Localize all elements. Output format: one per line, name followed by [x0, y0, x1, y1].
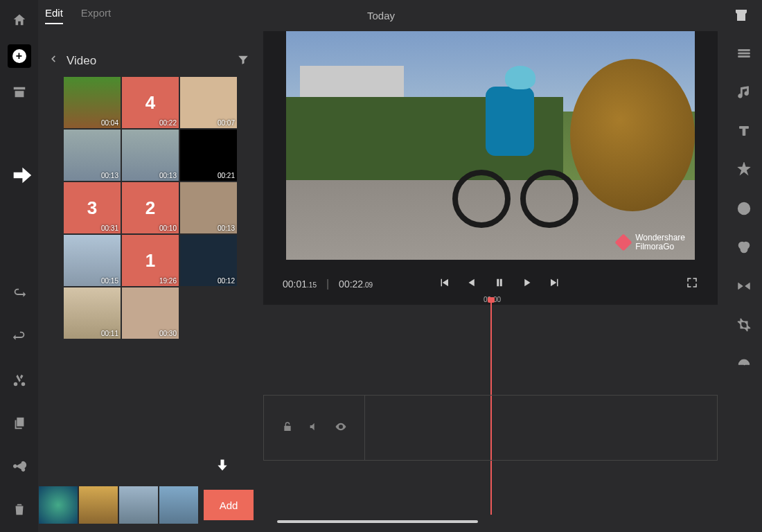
share-icon[interactable]	[8, 454, 31, 478]
timeline-scrollbar[interactable]	[277, 520, 478, 523]
crop-icon[interactable]	[736, 317, 752, 333]
delete-icon[interactable]	[8, 497, 31, 521]
filter-icon[interactable]	[736, 239, 752, 256]
frame-forward-icon[interactable]	[521, 276, 533, 292]
sticker-icon[interactable]	[736, 200, 752, 217]
selection-tray: Add	[39, 486, 254, 524]
svg-point-2	[745, 206, 747, 208]
transition-icon[interactable]	[736, 278, 752, 294]
svg-point-0	[738, 203, 750, 215]
media-thumb[interactable]: 400:22	[122, 77, 179, 128]
picker-title: Video	[67, 54, 96, 68]
media-thumb[interactable]: 00:13	[64, 130, 121, 181]
current-time: 00:01.15	[283, 278, 317, 290]
media-thumb[interactable]: 00:21	[180, 130, 237, 181]
tray-thumb[interactable]	[79, 486, 118, 524]
media-thumb[interactable]: 00:11	[64, 287, 121, 339]
media-thumb[interactable]: 00:07	[180, 77, 237, 128]
lock-icon[interactable]	[282, 421, 293, 435]
redo-icon[interactable]	[8, 283, 31, 306]
date-label: Today	[0, 10, 762, 21]
hint-arrow-right-icon	[10, 163, 33, 187]
text-icon[interactable]	[736, 123, 752, 139]
left-sidebar: +	[0, 0, 38, 532]
media-thumb[interactable]: 300:31	[64, 182, 121, 233]
menu-icon[interactable]	[736, 45, 752, 62]
effects-icon[interactable]	[736, 161, 752, 178]
hint-arrow-down-icon	[215, 454, 229, 475]
filter-icon[interactable]	[237, 53, 249, 69]
archive-icon[interactable]	[8, 80, 31, 104]
store-icon[interactable]	[733, 7, 750, 24]
media-thumb[interactable]: 119:26	[122, 235, 179, 286]
preview-frame[interactable]: Wondershare FilmoraGo	[286, 31, 695, 260]
media-picker: Video 00:04 400:22 00:07 00:13 00:13 00:…	[42, 48, 256, 339]
total-time: 00:22.09	[339, 278, 373, 290]
watermark: Wondershare FilmoraGo	[617, 233, 685, 251]
add-button[interactable]: Add	[204, 490, 254, 520]
skip-end-icon[interactable]	[549, 276, 561, 292]
media-thumb[interactable]: 00:15	[64, 235, 121, 286]
music-icon[interactable]	[736, 84, 752, 100]
visibility-icon[interactable]	[335, 420, 347, 436]
media-thumb[interactable]: 00:04	[64, 77, 121, 128]
back-icon[interactable]	[48, 53, 58, 69]
preview-panel: Wondershare FilmoraGo 00:01.15 | 00:22.0…	[263, 31, 718, 305]
media-thumb[interactable]: 00:13	[180, 182, 237, 233]
svg-point-1	[741, 206, 743, 208]
cut-icon[interactable]	[8, 369, 31, 392]
frame-back-icon[interactable]	[466, 276, 478, 292]
svg-point-5	[741, 246, 747, 252]
tray-thumb[interactable]	[159, 486, 198, 524]
tray-thumb[interactable]	[119, 486, 158, 524]
track[interactable]	[263, 395, 718, 461]
speed-icon[interactable]	[736, 355, 752, 372]
media-thumb[interactable]: 200:10	[122, 182, 179, 233]
skip-start-icon[interactable]	[438, 276, 450, 292]
filmorago-logo-icon	[614, 233, 632, 251]
mute-icon[interactable]	[308, 421, 319, 435]
copy-icon[interactable]	[8, 411, 31, 435]
add-media-button[interactable]: +	[8, 44, 31, 68]
media-thumb[interactable]: 00:12	[180, 235, 237, 286]
fullscreen-icon[interactable]	[686, 276, 698, 292]
right-sidebar	[726, 38, 762, 454]
media-thumb[interactable]: 00:13	[122, 130, 179, 181]
media-thumb[interactable]: 00:30	[122, 287, 179, 339]
undo-icon[interactable]	[8, 326, 31, 349]
pause-icon[interactable]	[493, 276, 506, 292]
thumbnail-grid: 00:04 400:22 00:07 00:13 00:13 00:21 300…	[64, 77, 256, 339]
timeline[interactable]: 00:00	[263, 308, 718, 488]
tray-thumb[interactable]	[39, 486, 78, 524]
